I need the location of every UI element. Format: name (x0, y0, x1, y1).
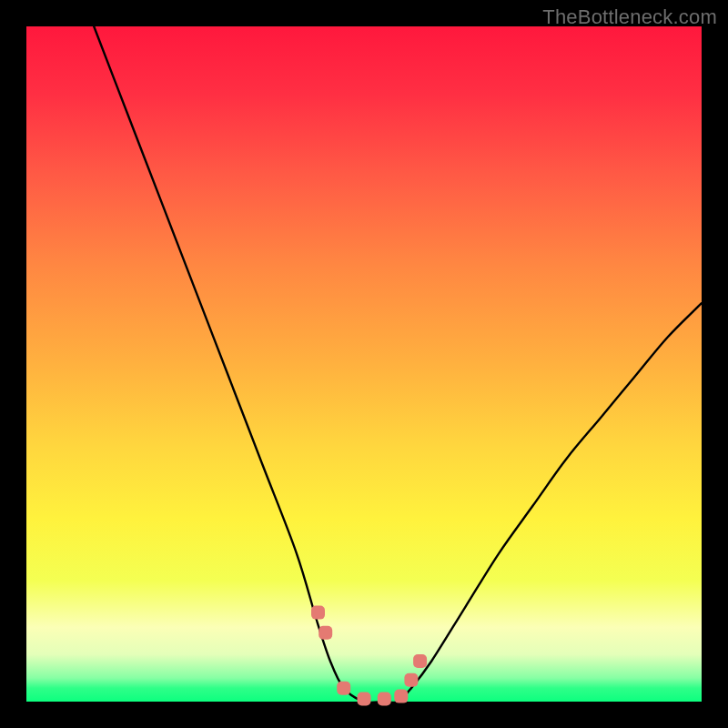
marker-point (413, 654, 427, 668)
marker-point (311, 606, 325, 620)
marker-point (337, 682, 350, 695)
marker-point (404, 673, 418, 687)
curve-svg (26, 26, 702, 702)
watermark-text: TheBottleneck.com (542, 5, 717, 29)
marker-point (394, 690, 408, 703)
main-curve (94, 26, 702, 703)
chart-frame: TheBottleneck.com (0, 0, 728, 728)
plot-area (26, 26, 702, 702)
marker-point (358, 693, 371, 706)
marker-point (378, 693, 391, 706)
marker-point (318, 626, 332, 640)
